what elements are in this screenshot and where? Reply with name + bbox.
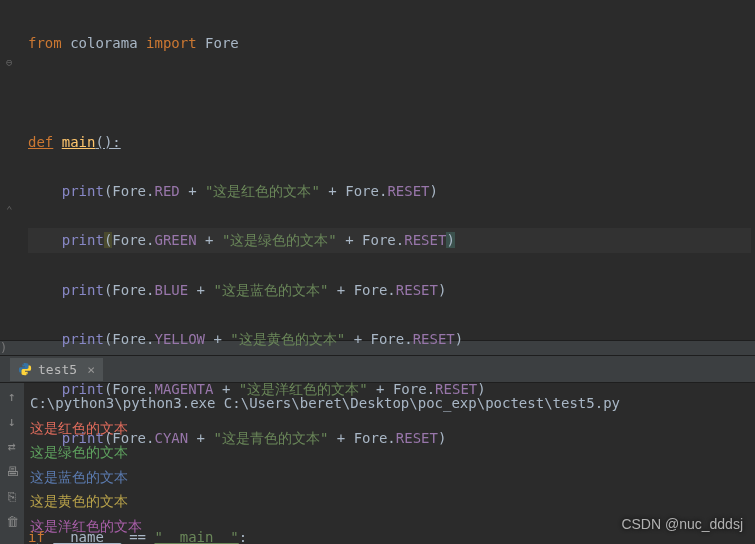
keyword-def: def [28, 134, 53, 150]
code-line [28, 80, 751, 105]
keyword-from: from [28, 35, 62, 51]
print-call: print [62, 430, 104, 446]
scroll-down-icon[interactable]: ↓ [8, 414, 16, 429]
code-line: print(Fore.YELLOW + "这是黄色的文本" + Fore.RES… [28, 327, 751, 352]
fold-end-icon[interactable]: ⌃ [6, 204, 13, 217]
editor-area: ⊖ ⌃ from colorama import Fore def main()… [0, 0, 755, 340]
def-suffix: (): [95, 134, 120, 150]
keyword-import: import [146, 35, 197, 51]
code-line: def main(): [28, 130, 751, 155]
keyword-if: if [28, 529, 45, 544]
code-line: from colorama import Fore [28, 31, 751, 56]
watermark: CSDN @nuc_dddsj [621, 516, 743, 532]
module-name: colorama [70, 35, 137, 51]
scroll-up-icon[interactable]: ↑ [8, 389, 16, 404]
code-line [28, 475, 751, 500]
fold-icon[interactable]: ⊖ [6, 56, 13, 69]
print-call: print [62, 232, 104, 248]
wrap-icon[interactable]: ⇄ [8, 439, 16, 454]
import-name: Fore [205, 35, 239, 51]
copy-icon[interactable]: ⎘ [8, 489, 16, 504]
editor-gutter: ⊖ ⌃ [0, 0, 24, 340]
print-call: print [62, 331, 104, 347]
print-call: print [62, 282, 104, 298]
function-name: main [62, 134, 96, 150]
code-line: print(Fore.CYAN + "这是青色的文本" + Fore.RESET… [28, 426, 751, 451]
console-toolbar: ↑ ↓ ⇄ 🖶 ⎘ 🗑 [0, 383, 24, 544]
dunder-name: __name__ [53, 529, 120, 544]
code-line-current: print(Fore.GREEN + "这是绿色的文本" + Fore.RESE… [28, 228, 751, 253]
print-call: print [62, 381, 104, 397]
code-line: print(Fore.BLUE + "这是蓝色的文本" + Fore.RESET… [28, 278, 751, 303]
print-call: print [62, 183, 104, 199]
code-line: print(Fore.MAGENTA + "这是洋红色的文本" + Fore.R… [28, 377, 751, 402]
trash-icon[interactable]: 🗑 [6, 514, 19, 529]
code-editor[interactable]: from colorama import Fore def main(): pr… [24, 0, 755, 340]
code-line: print(Fore.RED + "这是红色的文本" + Fore.RESET) [28, 179, 751, 204]
print-icon[interactable]: 🖶 [6, 464, 19, 479]
